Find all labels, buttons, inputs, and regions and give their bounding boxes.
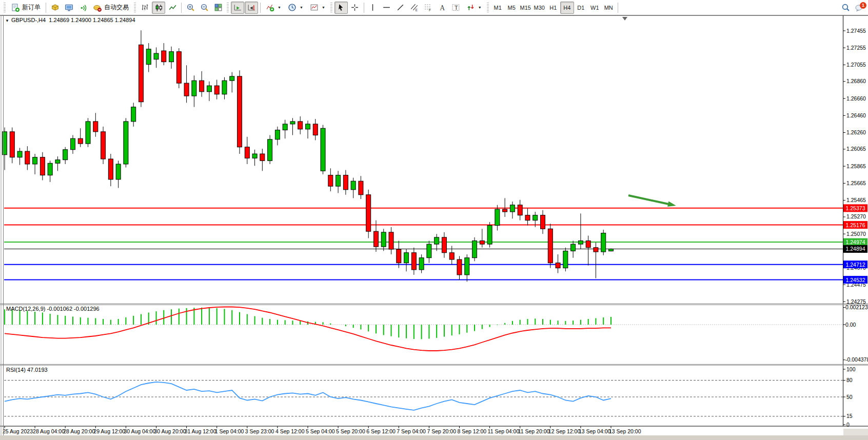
zoom-in-button[interactable] bbox=[184, 2, 197, 14]
price-axis[interactable] bbox=[843, 16, 868, 426]
market-box-icon bbox=[51, 3, 60, 12]
trendline-button[interactable] bbox=[394, 2, 407, 14]
svg-text:F: F bbox=[429, 8, 431, 12]
search-button[interactable] bbox=[839, 2, 852, 14]
macd-layer bbox=[4, 307, 843, 351]
toolbar-separator bbox=[260, 3, 261, 13]
fibonacci-icon: F bbox=[424, 3, 432, 12]
equidistant-channel-button[interactable]: E bbox=[408, 2, 421, 14]
toolbar-separator bbox=[618, 3, 618, 13]
horizontal-line-icon bbox=[382, 3, 391, 12]
signals-icon bbox=[78, 3, 87, 12]
bar-chart-button[interactable] bbox=[138, 2, 151, 14]
crosshair-button[interactable] bbox=[348, 2, 362, 14]
svg-text:T: T bbox=[455, 4, 458, 11]
chart-shift-marker bbox=[622, 17, 627, 21]
timeframe-button-h1[interactable]: H1 bbox=[546, 2, 560, 14]
zoom-out-button[interactable] bbox=[198, 2, 211, 14]
clock-icon bbox=[288, 3, 297, 12]
auto-trading-icon bbox=[93, 3, 102, 12]
annotations-layer[interactable] bbox=[622, 17, 676, 207]
auto-scroll-button[interactable] bbox=[231, 2, 244, 14]
cursor-icon bbox=[337, 3, 345, 12]
line-chart-button[interactable] bbox=[166, 2, 179, 14]
notification-badge: 1 bbox=[860, 2, 866, 9]
vertical-line-button[interactable] bbox=[366, 2, 380, 14]
signals-button[interactable] bbox=[76, 2, 89, 14]
timeframe-button-m30[interactable]: M30 bbox=[532, 2, 546, 14]
new-order-icon bbox=[11, 3, 20, 12]
search-icon bbox=[841, 3, 850, 12]
chart-canvas[interactable]: 1.274551.272551.270551.268601.266601.264… bbox=[0, 0, 868, 440]
notifications-button[interactable]: 1 bbox=[853, 2, 866, 14]
timeframe-button-mn[interactable]: MN bbox=[602, 2, 616, 14]
chevron-down-icon: ▼ bbox=[278, 6, 281, 9]
chart-title: ▼GBPUSD-,H4 1.24869 1.24900 1.24865 1.24… bbox=[5, 17, 135, 23]
time-axis[interactable] bbox=[0, 427, 843, 436]
text-label-button[interactable]: T bbox=[449, 2, 463, 14]
chart-shift-button[interactable] bbox=[245, 2, 258, 14]
text-icon: A bbox=[438, 3, 446, 12]
timeframe-button-m5[interactable]: M5 bbox=[505, 2, 519, 14]
rsi-label: RSI(14) 47.0193 bbox=[6, 367, 48, 373]
timeframe-button-d1[interactable]: D1 bbox=[574, 2, 588, 14]
indicators-button[interactable]: ▼ bbox=[263, 2, 284, 14]
timeframe-button-m15[interactable]: M15 bbox=[519, 2, 532, 14]
candles-layer[interactable] bbox=[3, 30, 614, 282]
toolbar-grip[interactable] bbox=[487, 3, 489, 13]
chart-shift-icon bbox=[247, 3, 256, 12]
chart-symbol-period: GBPUSD-,H4 bbox=[11, 17, 46, 23]
toolbar-separator bbox=[46, 3, 46, 13]
toolbar-separator bbox=[181, 3, 182, 13]
trend-arrow bbox=[628, 195, 671, 205]
periods-button[interactable]: ▼ bbox=[285, 2, 306, 14]
terminal-button[interactable] bbox=[62, 2, 75, 14]
zoom-out-icon bbox=[200, 3, 209, 12]
cursor-button[interactable] bbox=[334, 2, 348, 14]
candlestick-chart-icon bbox=[154, 3, 163, 12]
rsi-layer bbox=[4, 381, 843, 416]
svg-text:A: A bbox=[440, 4, 445, 12]
trendline-icon bbox=[396, 3, 405, 12]
svg-text:E: E bbox=[416, 8, 418, 12]
auto-trading-button[interactable]: 自动交易 bbox=[90, 2, 132, 14]
toolbar-grip[interactable] bbox=[330, 3, 332, 13]
timeframe-buttons: M1M5M15M30H1H4D1W1MN bbox=[491, 2, 616, 14]
zoom-in-icon bbox=[186, 3, 195, 12]
horizontal-line-button[interactable] bbox=[380, 2, 393, 14]
new-order-label: 新订单 bbox=[22, 3, 41, 12]
toolbar-grip[interactable] bbox=[134, 3, 136, 13]
toolbar-separator bbox=[364, 3, 364, 13]
chevron-down-icon: ▼ bbox=[300, 6, 303, 9]
axis-layer[interactable]: 1.274551.272551.270551.268601.266601.264… bbox=[3, 28, 868, 435]
toolbar-grip[interactable] bbox=[227, 3, 229, 13]
chevron-down-icon: ▼ bbox=[322, 6, 325, 9]
bar-chart-icon bbox=[141, 3, 149, 12]
indicators-icon bbox=[266, 3, 274, 12]
chart-ohlc-values: 1.24869 1.24900 1.24865 1.24894 bbox=[49, 17, 135, 23]
auto-trading-label: 自动交易 bbox=[104, 3, 129, 12]
new-order-button[interactable]: 新订单 bbox=[8, 2, 44, 14]
toolbar-grip[interactable] bbox=[4, 3, 6, 13]
equidistant-channel-icon: E bbox=[410, 3, 419, 12]
timeframe-button-h4[interactable]: H4 bbox=[560, 2, 574, 14]
templates-button[interactable]: ▼ bbox=[307, 2, 328, 14]
fibonacci-button[interactable]: F bbox=[422, 2, 435, 14]
trend-arrow-head bbox=[667, 201, 676, 207]
macd-label: MACD(12,26,9) -0.001062 -0.001296 bbox=[6, 306, 100, 312]
frame-layer bbox=[0, 15, 868, 440]
market-box-button[interactable] bbox=[48, 2, 62, 14]
auto-scroll-icon bbox=[233, 3, 242, 12]
candlestick-chart-button[interactable] bbox=[152, 2, 165, 14]
crosshair-icon bbox=[350, 3, 359, 12]
line-chart-icon bbox=[168, 3, 177, 12]
vertical-line-icon bbox=[368, 3, 377, 12]
tile-windows-button[interactable] bbox=[211, 2, 225, 14]
arrows-button[interactable]: ▼ bbox=[463, 2, 485, 14]
templates-icon bbox=[310, 3, 319, 12]
text-button[interactable]: A bbox=[436, 2, 449, 14]
chart-menu-triangle-icon[interactable]: ▼ bbox=[5, 18, 9, 23]
toolbar: 新订单 自动交易 ▼ ▼ bbox=[0, 0, 868, 15]
timeframe-button-m1[interactable]: M1 bbox=[491, 2, 505, 14]
timeframe-button-w1[interactable]: W1 bbox=[588, 2, 602, 14]
